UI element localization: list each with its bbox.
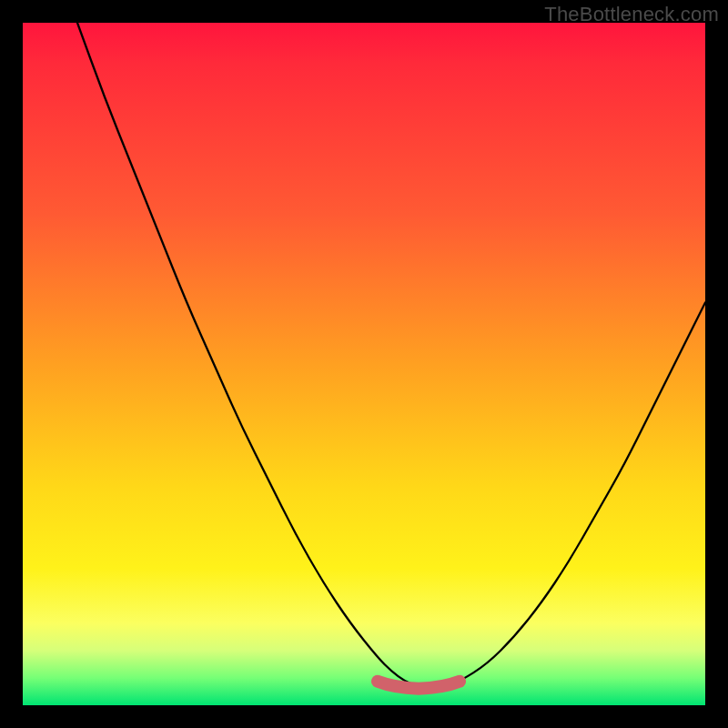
chart-frame: TheBottleneck.com (0, 0, 728, 728)
bottleneck-curve (77, 23, 705, 687)
plot-area (23, 23, 705, 705)
tolerance-band (378, 682, 460, 689)
bottleneck-curve-svg (23, 23, 705, 705)
watermark-text: TheBottleneck.com (544, 3, 719, 26)
